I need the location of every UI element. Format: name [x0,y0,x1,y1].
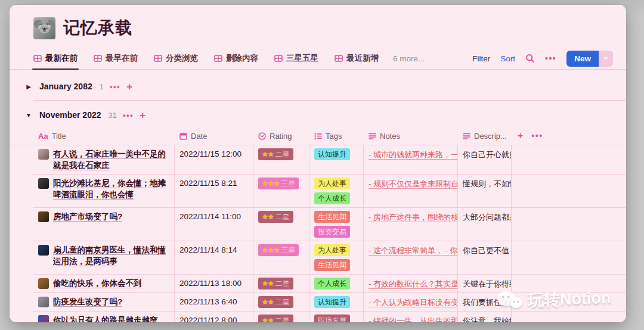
tab-browse-by-category[interactable]: 分类浏览 [154,48,198,69]
star-icons: ★★★ [262,179,279,188]
cell-tags[interactable]: 生活见闻投资交易 [309,208,364,241]
cell-rating[interactable]: ★★ 二星 [253,293,309,311]
row-title-link[interactable]: 阳光沙滩比基尼，你会懂；地摊啤酒流眼泪，你也会懂 [53,178,169,200]
group-name[interactable]: November 2022 [39,110,101,120]
cell-date[interactable]: 2022/11/15 8:21 [175,175,253,207]
column-header-tags[interactable]: Tags [309,132,364,141]
cell-tags[interactable]: 认知提升 [309,145,364,174]
cell-title[interactable]: 房地产市场变了吗? [33,208,175,241]
more-tabs-button[interactable]: 6 more... [393,54,425,63]
cell-date[interactable]: 2022/11/13 18:00 [175,275,253,292]
table-options-icon[interactable]: ••• [529,131,545,141]
cell-description[interactable]: 你自己开心就好 [458,145,512,174]
group-options-icon[interactable]: ••• [110,82,120,91]
row-title-link[interactable]: 房地产市场变了吗? [53,211,122,222]
tab-deleted-content[interactable]: 删除内容 [214,48,258,69]
group-toggle-icon[interactable]: ▼ [24,112,33,119]
cell-notes[interactable]: - 这个流程非常简单， - 你 [364,241,458,274]
cell-description[interactable]: 懂规则，不如懂人性 [458,175,512,207]
new-dropdown-button[interactable] [599,51,613,67]
cell-title[interactable]: 防疫发生改变了吗? [33,293,175,311]
cell-notes[interactable]: - 有效的数据什么？其实是 [364,275,458,292]
row-title-link[interactable]: 扇儿童的南京男医生，懂法和懂运用法，是两码事 [53,244,169,267]
cell-notes[interactable]: - 城市的钱就两种来路，一 [364,145,458,174]
cell-tags[interactable]: 认知提升 [309,293,364,311]
add-column-icon[interactable]: + [512,130,529,141]
cell-notes[interactable]: - 个人认为战略目标没有变 [364,293,458,311]
rating-label: 二星 [275,150,290,160]
cell-date[interactable]: 2022/11/14 8:14 [175,241,253,274]
row-title-link[interactable]: 防疫发生改变了吗? [53,296,122,307]
cell-description[interactable]: 我们要抓住脉络 [458,293,512,311]
cell-rating[interactable]: ★★ 二星 [253,145,309,174]
cell-notes[interactable]: - 规则不仅仅是拿来限制自 [364,175,458,207]
tab-label: 最早在前 [106,53,138,64]
cell-title[interactable]: 扇儿童的南京男医生，懂法和懂运用法，是两码事 [33,241,175,274]
table-row[interactable]: 有人说，石家庄唯一美中不足的就是我在石家庄 2022/11/15 12:00 ★… [33,145,626,175]
table-row[interactable]: 防疫发生改变了吗? 2022/11/13 6:40 ★★ 二星 认知提升 - 个… [33,293,626,312]
cell-rating[interactable]: ★★ 二星 [253,208,309,241]
cell-title[interactable]: 有人说，石家庄唯一美中不足的就是我在石家庄 [33,145,175,174]
cell-description[interactable]: 大部分问题都是 [458,208,512,241]
cell-date[interactable]: 2022/11/12 8:00 [175,312,253,322]
cell-title[interactable]: 偷吃的快乐，你体会不到 [33,275,175,292]
table-row[interactable]: 偷吃的快乐，你体会不到 2022/11/13 18:00 ★★ 二星 个人成长 … [33,275,626,293]
table-row[interactable]: 扇儿童的南京男医生，懂法和懂运用法，是两码事 2022/11/14 8:14 ★… [33,241,626,275]
cell-rating[interactable]: ★★★ 三星 [253,175,309,207]
page-header: 🐨 记忆承载 [10,5,626,39]
cell-description[interactable]: 关键在于你得到 [458,275,512,292]
cell-tags[interactable]: 为人处事生活见闻 [309,241,364,274]
cell-date[interactable]: 2022/11/14 11:00 [175,208,253,241]
sort-button[interactable]: Sort [500,54,515,63]
page-icon-koala[interactable]: 🐨 [33,17,55,39]
cell-tags[interactable]: 职场发展 [309,312,364,322]
new-button-label[interactable]: New [566,51,599,67]
tab-recently-added[interactable]: 最近新增 [335,48,379,69]
cell-date[interactable]: 2022/11/13 6:40 [175,293,253,311]
table-view-icon [94,54,102,63]
calendar-icon [179,132,187,140]
filter-button[interactable]: Filter [472,54,490,63]
cell-description[interactable]: 你自己更不值 [458,241,512,274]
row-title-link[interactable]: 有人说，石家庄唯一美中不足的就是我在石家庄 [53,148,169,171]
group-toggle-icon[interactable]: ▶ [24,83,33,90]
cell-date[interactable]: 2022/11/15 12:00 [175,145,253,174]
cell-title[interactable]: 阳光沙滩比基尼，你会懂；地摊啤酒流眼泪，你也会懂 [33,175,175,207]
cell-notes[interactable]: - 房地产这件事，围绕的核 [364,208,458,241]
select-icon [258,132,266,140]
more-options-icon[interactable]: ••• [545,54,556,63]
column-label: Tags [326,132,342,141]
cell-tags[interactable]: 个人成长 [309,275,364,292]
cell-description[interactable]: 你注意，我始终 [458,312,512,322]
column-header-date[interactable]: Date [175,132,253,141]
group-header-january-2082: ▶ January 2082 1 ••• + [10,77,626,95]
group-options-icon[interactable]: ••• [123,111,134,120]
cell-title[interactable]: 你以为只有人的路是越走越窄的? [33,312,175,322]
column-header-rating[interactable]: Rating [253,132,309,141]
cell-rating[interactable]: ★★ 二星 [253,312,309,322]
row-title-link[interactable]: 你以为只有人的路是越走越窄的? [53,315,169,322]
cell-tags[interactable]: 为人处事个人成长 [309,175,364,207]
tab-oldest-first[interactable]: 最早在前 [94,48,138,69]
tag-pill: 投资交易 [314,226,350,238]
column-header-title[interactable]: Aa Title [33,132,175,141]
new-button[interactable]: New [566,51,613,67]
row-title-link[interactable]: 偷吃的快乐，你体会不到 [53,278,142,289]
group-name[interactable]: January 2082 [39,82,92,91]
tab-three-five-star[interactable]: 三星五星 [274,48,318,69]
table-row[interactable]: 房地产市场变了吗? 2022/11/14 11:00 ★★ 二星 生活见闻投资交… [33,208,626,241]
search-icon[interactable] [525,54,535,63]
table-row[interactable]: 你以为只有人的路是越走越窄的? 2022/11/12 8:00 ★★ 二星 职场… [33,312,626,322]
column-header-description[interactable]: Descrip... [458,132,512,141]
group-add-icon[interactable]: + [126,82,132,92]
cell-rating[interactable]: ★★★ 三星 [253,241,309,274]
table-row[interactable]: 阳光沙滩比基尼，你会懂；地摊啤酒流眼泪，你也会懂 2022/11/15 8:21… [33,175,626,208]
group-add-icon[interactable]: + [140,110,145,120]
cell-notes[interactable]: - 锦鲤的一生，从出生的那 [364,312,458,322]
table-view-icon [33,54,42,63]
cell-rating[interactable]: ★★ 二星 [253,275,309,292]
tab-newest-first[interactable]: 最新在前 [33,48,78,69]
column-header-notes[interactable]: Notes [364,132,458,141]
tag-pill: 为人处事 [314,178,350,189]
notion-window: 🐨 记忆承载 最新在前 最早在前 分类浏览 删除内容 三星五星 [10,5,626,322]
